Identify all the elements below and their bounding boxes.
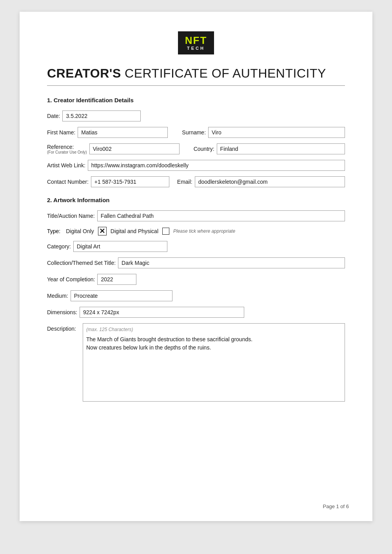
page-title: CREATOR'S CERTIFICATE OF AUTHENTICITY xyxy=(47,66,345,81)
first-name-field[interactable]: Matias xyxy=(78,127,168,138)
title-light: CERTIFICATE OF AUTHENTICITY xyxy=(121,66,326,80)
section2: 2. Artwork Information Title/Auction Nam… xyxy=(47,197,345,402)
description-field[interactable]: (max. 125 Characters) The March of Giant… xyxy=(83,323,345,402)
email-label: Email: xyxy=(177,179,192,185)
web-field[interactable]: https://www.instagram.com/doodleskelly xyxy=(88,160,345,171)
surname-field[interactable]: Viro xyxy=(208,127,345,138)
collection-row: Collection/Themed Set Title: Dark Magic xyxy=(47,257,345,268)
surname-label: Surname: xyxy=(182,129,206,136)
digital-physical-checkbox[interactable] xyxy=(162,228,169,235)
nft-tech-logo: NFT TECH xyxy=(178,31,214,54)
year-field[interactable]: 2022 xyxy=(97,274,136,285)
artwork-title-field[interactable]: Fallen Cathedral Path xyxy=(97,210,345,221)
certificate-page: NFT TECH CREATOR'S CERTIFICATE OF AUTHEN… xyxy=(20,12,372,521)
dimensions-field[interactable]: 9224 x 7242px xyxy=(80,307,244,318)
date-label: Date: xyxy=(47,113,60,119)
first-name-label: First Name: xyxy=(47,129,75,136)
contact-row: Contact Number: +1 587-315-7931 Email: d… xyxy=(47,176,345,187)
section1-heading: 1. Creator Identification Details xyxy=(47,97,345,103)
page-number: Page 1 of 6 xyxy=(323,503,349,509)
description-text: The March of Giants brought destruction … xyxy=(86,335,341,352)
category-row: Category: Digital Art xyxy=(47,241,345,252)
digital-physical-label: Digital and Physical xyxy=(111,228,158,234)
artwork-title-label: Title/Auction Name: xyxy=(47,213,95,219)
medium-label: Medium: xyxy=(47,293,68,299)
dimensions-row: Dimensions: 9224 x 7242px xyxy=(47,307,345,318)
title-bold: CREATOR'S xyxy=(47,66,121,80)
reference-row: Reference: (For Curator Use Only) Viro00… xyxy=(47,143,345,154)
digital-only-label: Digital Only xyxy=(66,228,94,234)
contact-field[interactable]: +1 587-315-7931 xyxy=(91,176,169,187)
date-field[interactable]: 3.5.2022 xyxy=(62,110,141,121)
reference-sublabel: (For Curator Use Only) xyxy=(47,150,87,154)
date-row: Date: 3.5.2022 xyxy=(47,110,345,121)
name-row: First Name: Matias Surname: Viro xyxy=(47,127,345,138)
nft-logo-text: NFT xyxy=(185,35,207,45)
country-field[interactable]: Finland xyxy=(217,143,345,154)
year-row: Year of Completion: 2022 xyxy=(47,274,345,285)
description-row: Description: (max. 125 Characters) The M… xyxy=(47,323,345,402)
logo-area: NFT TECH xyxy=(47,31,345,54)
digital-only-checkbox[interactable]: ✕ xyxy=(98,227,107,235)
email-field[interactable]: doodlerskeleton@gmail.com xyxy=(195,176,345,187)
year-label: Year of Completion: xyxy=(47,276,95,282)
dimensions-label: Dimensions: xyxy=(47,309,77,315)
artwork-title-row: Title/Auction Name: Fallen Cathedral Pat… xyxy=(47,210,345,221)
tech-logo-text: TECH xyxy=(187,46,205,51)
reference-label-stack: Reference: (For Curator Use Only) xyxy=(47,144,87,154)
collection-label: Collection/Themed Set Title: xyxy=(47,260,116,266)
contact-label: Contact Number: xyxy=(47,179,89,185)
section2-heading: 2. Artwork Information xyxy=(47,197,345,203)
description-hint: (max. 125 Characters) xyxy=(86,327,341,332)
category-label: Category: xyxy=(47,243,71,250)
type-note: Please tick where appropriate xyxy=(173,228,235,234)
collection-field[interactable]: Dark Magic xyxy=(118,257,345,268)
category-field[interactable]: Digital Art xyxy=(73,241,167,252)
web-label: Artist Web Link: xyxy=(47,162,85,168)
reference-field[interactable]: Viro002 xyxy=(89,143,180,154)
medium-row: Medium: Procreate xyxy=(47,290,345,301)
web-row: Artist Web Link: https://www.instagram.c… xyxy=(47,160,345,171)
medium-field[interactable]: Procreate xyxy=(71,290,172,301)
type-label: Type: xyxy=(47,228,60,234)
country-label: Country: xyxy=(194,146,214,152)
reference-label: Reference: xyxy=(47,144,87,150)
title-divider xyxy=(47,85,345,86)
type-row: Type: Digital Only ✕ Digital and Physica… xyxy=(47,227,345,235)
description-label: Description: xyxy=(47,326,80,402)
